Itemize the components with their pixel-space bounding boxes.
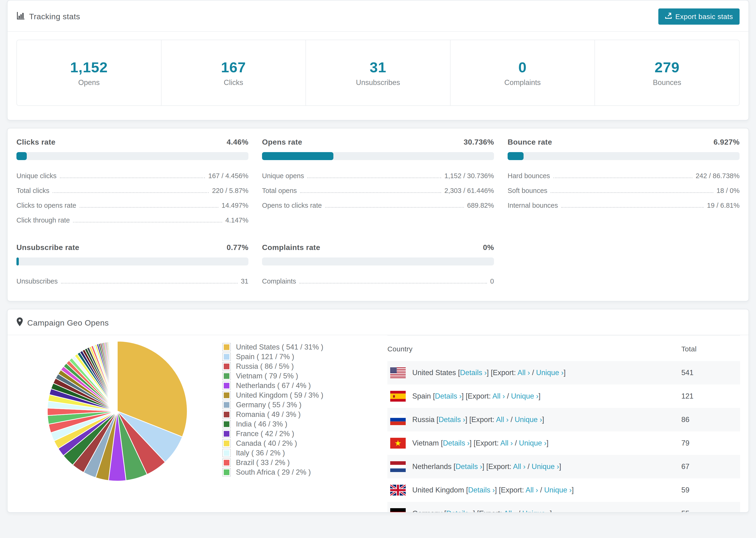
- rate-progress-fill: [508, 152, 523, 160]
- legend-swatch: [222, 410, 231, 419]
- dotted-leader: [325, 207, 464, 208]
- geo-country-links: Germany [Details ›] [Export: All › / Uni…: [412, 510, 552, 512]
- static-text: /: [513, 439, 519, 447]
- geo-table-row-gb: United Kingdom [Details ›] [Export: All …: [387, 478, 740, 502]
- static-text: ] [Export:: [473, 510, 504, 512]
- dotted-leader: [73, 222, 222, 223]
- rate-detail-label: Complaints: [262, 278, 296, 285]
- export-all-link[interactable]: All ›: [517, 368, 530, 377]
- export-basic-stats-button[interactable]: Export basic stats: [658, 9, 739, 25]
- rate-detail-row: Soft bounces18 / 0%: [508, 183, 739, 198]
- legend-item: France ( 42 / 2% ): [222, 429, 369, 439]
- details-link[interactable]: Details ›: [435, 392, 462, 400]
- static-text: Vietnam [: [412, 439, 443, 447]
- export-unique-link[interactable]: Unique ›: [522, 510, 550, 512]
- legend-item: Brazil ( 33 / 2% ): [222, 458, 369, 467]
- legend-label: Vietnam ( 79 / 5% ): [236, 372, 298, 380]
- legend-swatch-color: [224, 354, 229, 360]
- export-all-link[interactable]: All ›: [513, 462, 525, 471]
- rate-detail-rows: Unique clicks167 / 4.456%Total clicks220…: [17, 169, 248, 228]
- export-unique-link[interactable]: Unique ›: [544, 486, 572, 494]
- rate-detail-label: Internal bounces: [508, 202, 558, 209]
- dotted-leader: [53, 192, 209, 193]
- rate-panel-complaints: Complaints rate0%Complaints0: [262, 243, 494, 289]
- export-all-link[interactable]: All ›: [504, 510, 516, 512]
- rate-detail-row: Total opens2,303 / 61.446%: [262, 183, 494, 198]
- geo-country-cell: Netherlands [Details ›] [Export: All › /…: [387, 455, 681, 478]
- rate-detail-value: 4.147%: [225, 216, 248, 224]
- flag-es-icon: [390, 391, 406, 402]
- export-button-label: Export basic stats: [675, 13, 733, 21]
- export-all-link[interactable]: All ›: [492, 392, 505, 400]
- geo-card-title: Campaign Geo Opens: [27, 318, 109, 327]
- geo-total-cell: 67: [681, 455, 740, 478]
- country-flag: [390, 508, 406, 512]
- summary-stat-bounces: 279Bounces: [595, 40, 739, 105]
- legend-item: United Kingdom ( 59 / 3% ): [222, 390, 369, 400]
- rate-detail-value: 242 / 86.738%: [696, 172, 739, 180]
- pie-legend: United States ( 541 / 31% )Spain ( 121 /…: [222, 342, 369, 477]
- geo-country-links: United States [Details ›] [Export: All ›…: [412, 368, 566, 377]
- page-title: Tracking stats: [29, 12, 80, 21]
- geo-card-header: Campaign Geo Opens: [8, 309, 748, 335]
- rate-panel-header: Complaints rate0%: [262, 243, 494, 252]
- static-text: ] [Export:: [461, 392, 492, 400]
- dotted-leader: [551, 192, 713, 193]
- geo-country-links: Netherlands [Details ›] [Export: All › /…: [412, 462, 561, 471]
- legend-swatch-color: [224, 402, 229, 408]
- rate-panel-header: Clicks rate4.46%: [17, 138, 248, 146]
- legend-swatch-color: [224, 431, 229, 437]
- geo-country-cell: Russia [Details ›] [Export: All › / Uniq…: [387, 408, 681, 431]
- rate-value: 4.46%: [227, 138, 248, 146]
- rate-value: 0.77%: [227, 243, 248, 252]
- rate-detail-value: 167 / 4.456%: [208, 172, 248, 180]
- export-unique-link[interactable]: Unique ›: [536, 368, 564, 377]
- export-all-link[interactable]: All ›: [500, 439, 513, 447]
- details-link[interactable]: Details ›: [468, 486, 495, 494]
- geo-table-row-us: United States [Details ›] [Export: All ›…: [387, 361, 740, 385]
- rate-detail-row: Internal bounces19 / 6.81%: [508, 198, 739, 213]
- geo-table-row-vn: Vietnam [Details ›] [Export: All › / Uni…: [387, 431, 740, 455]
- details-link[interactable]: Details ›: [439, 415, 465, 424]
- legend-label: United States ( 541 / 31% ): [236, 343, 323, 351]
- export-unique-link[interactable]: Unique ›: [519, 439, 546, 447]
- country-flag: [390, 414, 406, 425]
- details-link[interactable]: Details ›: [446, 510, 473, 512]
- legend-item: United States ( 541 / 31% ): [222, 342, 369, 352]
- geo-total-cell: 55: [681, 502, 740, 512]
- legend-swatch-color: [224, 469, 229, 475]
- summary-value: 1,152: [70, 59, 108, 76]
- static-text: /: [509, 415, 514, 424]
- legend-item: Germany ( 55 / 3% ): [222, 400, 369, 409]
- geo-total-cell: 86: [681, 408, 740, 431]
- export-all-link[interactable]: All ›: [496, 415, 509, 424]
- legend-swatch-color: [224, 441, 229, 446]
- details-link[interactable]: Details ›: [456, 462, 482, 471]
- rate-detail-row: Total clicks220 / 5.87%: [17, 183, 248, 198]
- rate-detail-label: Clicks to opens rate: [17, 202, 76, 209]
- static-text: Netherlands [: [412, 462, 456, 471]
- legend-label: Russia ( 86 / 5% ): [236, 362, 294, 371]
- rate-detail-label: Unsubscribes: [17, 278, 58, 285]
- rate-title: Complaints rate: [262, 243, 320, 252]
- rate-detail-row: Opens to clicks rate689.82%: [262, 198, 494, 213]
- rates-grid: Clicks rate4.46%Unique clicks167 / 4.456…: [8, 129, 748, 301]
- summary-stats-row: 1,152Opens167Clicks31Unsubscribes0Compla…: [17, 40, 739, 106]
- summary-stat-unsubscribes: 31Unsubscribes: [306, 40, 451, 105]
- export-unique-link[interactable]: Unique ›: [531, 462, 559, 471]
- legend-swatch: [222, 420, 231, 428]
- rate-title: Opens rate: [262, 138, 302, 146]
- export-unique-link[interactable]: Unique ›: [511, 392, 538, 400]
- summary-label: Unsubscribes: [356, 79, 400, 87]
- dotted-leader: [60, 178, 205, 178]
- details-link[interactable]: Details ›: [443, 439, 469, 447]
- static-text: United Kingdom [: [412, 486, 468, 494]
- rate-panel-header: Unsubscribe rate0.77%: [17, 243, 248, 252]
- rate-value: 0%: [483, 243, 494, 252]
- export-unique-link[interactable]: Unique ›: [514, 415, 542, 424]
- static-text: /: [530, 368, 536, 377]
- details-link[interactable]: Details ›: [460, 368, 487, 377]
- export-all-link[interactable]: All ›: [525, 486, 538, 494]
- rate-detail-label: Total clicks: [17, 187, 49, 194]
- summary-stats-wrap: 1,152Opens167Clicks31Unsubscribes0Compla…: [8, 32, 748, 120]
